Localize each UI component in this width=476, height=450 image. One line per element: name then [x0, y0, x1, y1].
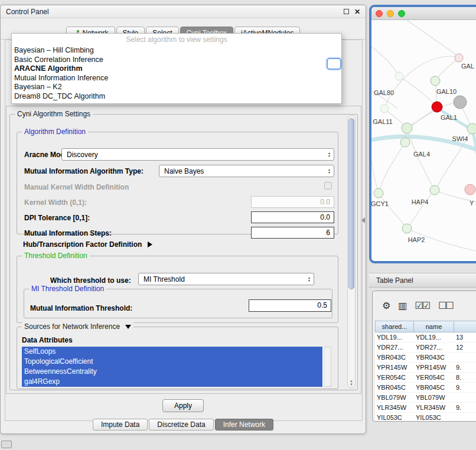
table-row[interactable]: YBL079WYBL079W [375, 393, 476, 403]
mi-algorithm-type-select[interactable]: Naive Bayes ▲▼ [159, 165, 334, 177]
table-cell: YBR043C [414, 354, 454, 361]
graph-node[interactable] [432, 102, 442, 112]
window-title: Control Panel [6, 8, 49, 16]
table-cell: YBR045C [414, 384, 454, 391]
column-header-name[interactable]: name [414, 321, 454, 332]
table-row[interactable]: YIL053CYIL053C [375, 413, 476, 422]
graph-node[interactable] [430, 185, 439, 195]
aracne-mode-select[interactable]: Discovery ▲▼ [61, 148, 334, 161]
attribute-item-betweennesscentrality[interactable]: BetweennessCentrality [22, 367, 322, 377]
attribute-item-selfloops[interactable]: SelfLoops [22, 347, 322, 357]
collapse-arrow-icon [125, 325, 131, 329]
hub-transcription-factor-label: Hub/Transcription Factor Definition [23, 240, 142, 249]
graph-node-label: HAP2 [408, 236, 425, 243]
data-attributes-list[interactable]: SelfLoopsTopologicalCoefficientBetweenne… [22, 347, 331, 387]
network-graph[interactable]: GALGAL80GAL10GAL11GAL1SWI4GAL4GCY1HAP4YH… [371, 20, 476, 262]
attribute-item-topologicalcoefficient[interactable]: TopologicalCoefficient [22, 357, 322, 367]
mi-algorithm-type-value: Naive Bayes [164, 167, 204, 175]
select-all-icon[interactable]: ☑☑ [415, 301, 429, 311]
table-cell: YPR145W [414, 364, 454, 371]
algorithm-option-aracne-algorithm[interactable]: ARACNE Algorithm [12, 64, 341, 74]
tab-discretize-data[interactable]: Discretize Data [149, 419, 213, 431]
table-cell: YIL053C [414, 414, 454, 421]
deselect-all-icon[interactable]: ☐☐ [438, 301, 453, 311]
column-header-shared[interactable]: shared... [375, 321, 414, 332]
sources-group-title: Sources for Network Inference [24, 322, 120, 331]
manual-kernel-width-checkbox [324, 182, 332, 190]
graph-node[interactable] [467, 123, 476, 134]
algorithm-option-bayesian-hill-climbing[interactable]: Bayesian – Hill Climbing [12, 46, 341, 56]
table-cell: YLR345W [375, 404, 414, 411]
group-title: MI Threshold Definition [29, 285, 106, 293]
algorithm-option-list: Bayesian – Hill ClimbingBasic Correlatio… [12, 46, 341, 101]
algorithm-option-bayesian-k2[interactable]: Bayesian – K2 [12, 83, 341, 92]
sources-group-toggle[interactable]: Sources for Network Inference [22, 322, 133, 331]
settings-scrollbar-thumb[interactable] [348, 118, 354, 289]
table-cell: 13 [454, 334, 476, 341]
attribute-item-gal4rgexp[interactable]: gal4RGexp [22, 377, 322, 387]
tab-impute-data[interactable]: Impute Data [93, 419, 148, 431]
graph-node-label: GAL4 [413, 151, 430, 158]
float-window-icon[interactable] [344, 9, 349, 14]
hub-transcription-factor-expander[interactable]: Hub/Transcription Factor Definition [23, 240, 152, 249]
table-row[interactable]: YLR345WYLR345W9. [375, 403, 476, 413]
mi-steps-field[interactable]: 6 [251, 227, 334, 239]
graph-node-label: HAP4 [412, 198, 429, 206]
which-threshold-select[interactable]: MI Threshold ▲▼ [138, 273, 314, 285]
table-row[interactable]: YPR145WYPR145W9. [375, 363, 476, 373]
columns-icon[interactable]: ▥ [398, 301, 406, 311]
mi-steps-label: Mutual Information Steps: [24, 229, 112, 237]
algorithm-option-mutual-information-inference[interactable]: Mutual Information Inference [12, 74, 341, 83]
zoom-traffic-light[interactable] [398, 10, 405, 17]
data-attributes-scrollbar[interactable] [324, 347, 331, 387]
close-traffic-light[interactable] [376, 10, 383, 17]
graph-node[interactable] [380, 105, 389, 113]
scrollbar-arrows-icon[interactable]: ▲▼ [348, 379, 355, 386]
graph-node[interactable] [395, 72, 403, 80]
graph-node[interactable] [465, 184, 475, 195]
graph-edge [436, 59, 458, 79]
table-panel-header: Table Panel [369, 273, 476, 288]
table-row[interactable]: YBR043CYBR043C [375, 353, 476, 363]
minimize-traffic-light[interactable] [387, 10, 394, 17]
column-header-2[interactable] [454, 321, 476, 332]
data-attributes-label: Data Attributes [22, 336, 73, 344]
table-row[interactable]: YDR27...YDR27...12 [375, 343, 476, 353]
table-cell: YDR27... [375, 344, 414, 351]
mi-threshold-field[interactable]: 0.5 [249, 299, 331, 312]
panel-collapse-handle[interactable] [361, 217, 365, 223]
apply-button[interactable]: Apply [162, 399, 204, 412]
graph-edge [379, 144, 404, 191]
gear-icon[interactable]: ⚙ [382, 301, 389, 311]
network-window-titlebar[interactable] [371, 7, 476, 20]
graph-node[interactable] [455, 54, 463, 62]
graph-edge [371, 47, 398, 74]
table-cell: 8. [454, 374, 476, 381]
algorithm-option-basic-correlation-inference[interactable]: Basic Correlation Inference [12, 56, 341, 65]
table-row[interactable]: YBR045CYBR045C9. [375, 383, 476, 393]
graph-edge [409, 192, 433, 227]
algorithm-option-dream8-dc-tdc-algorithm[interactable]: Dream8 DC_TDC Algorithm [12, 92, 341, 102]
combo-arrows-icon: ▲▼ [328, 168, 331, 174]
kernel-width-label: Kernel Width (0,1): [24, 198, 87, 207]
minimized-panel-icon[interactable] [1, 441, 12, 448]
dpi-tolerance-field[interactable]: 0.0 [251, 211, 334, 223]
graph-node[interactable] [402, 123, 412, 133]
graph-node[interactable] [402, 224, 412, 233]
graph-node-label: GAL80 [374, 89, 394, 96]
settings-scrollbar[interactable]: ▲▼ [347, 115, 356, 388]
table-row[interactable]: YDL19...YDL19...13 [375, 332, 476, 343]
table-panel-title: Table Panel [376, 276, 413, 285]
graph-node[interactable] [374, 188, 383, 198]
tab-infer-network[interactable]: Infer Network [215, 419, 273, 431]
which-threshold-label: Which threshold to use: [50, 276, 131, 285]
graph-edge [385, 56, 457, 106]
network-canvas[interactable]: GALGAL80GAL10GAL11GAL1SWI4GAL4GCY1HAP4YH… [371, 20, 476, 259]
close-window-icon[interactable]: ✕ [354, 9, 360, 15]
algorithm-combo-button[interactable] [327, 58, 341, 70]
bottom-tab-bar: Impute DataDiscretize DataInfer Network [1, 419, 366, 431]
graph-node[interactable] [431, 76, 440, 86]
graph-node[interactable] [454, 96, 467, 109]
table-row[interactable]: YER054CYER054C8. [375, 373, 476, 383]
graph-node[interactable] [400, 138, 410, 147]
